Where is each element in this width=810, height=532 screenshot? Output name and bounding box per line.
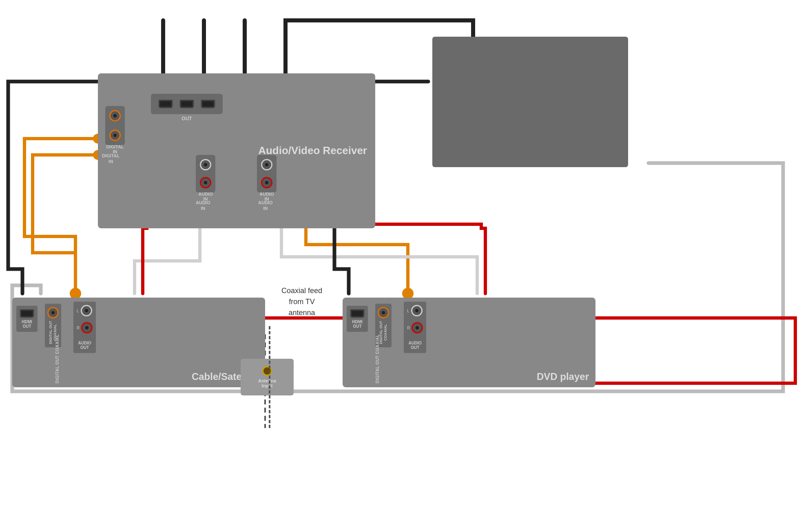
coaxial-feed-annotation: Coaxial feedfrom TVantenna <box>281 285 322 318</box>
dvd-device: HDMIOUT DIGITAL OUTCOAXIAL L R AUDIOOUT … <box>343 298 595 387</box>
cable-sat-audio-out-label: AUDIOOUT <box>77 341 93 350</box>
tv-screen: HDMIIN TV Sound off <box>432 37 628 167</box>
avr-hdmi-port-3 <box>201 99 215 108</box>
cable-sat-device: HDMIOUT DIGITAL OUTCOAXIAL L R AUDIOOUT … <box>12 298 265 387</box>
avr-digital-in-port-1 <box>109 110 121 121</box>
avr-label: Audio/Video Receiver <box>258 144 367 158</box>
antenna-coax-port <box>262 366 272 376</box>
dvd-digital-out-label: DIGITAL OUTCOAXIAL <box>379 321 388 344</box>
dvd-audio-l <box>411 305 423 316</box>
dvd-audio-out-label: AUDIOOUT <box>407 341 423 350</box>
dvd-hdmi-port <box>350 309 365 318</box>
dvd-hdmi-out: HDMIOUT <box>347 306 368 332</box>
cable-sat-hdmi-port <box>20 309 34 318</box>
antenna-input-device: AntennaInput <box>241 359 294 395</box>
dvd-label: DVD player <box>537 371 589 382</box>
avr-hdmi-port-2 <box>179 99 194 108</box>
cable-sat-coax-port <box>47 307 59 318</box>
avr-hdmi-port-1 <box>158 99 173 108</box>
dvd-hdmi-label: HDMIOUT <box>352 320 363 329</box>
cable-sat-audio-l <box>81 305 92 316</box>
avr-device: OUT DIGITALIN DIGITALIN AUDIOIN AUDIOIN … <box>98 73 375 228</box>
avr-hdmi-out-label: OUT <box>181 116 192 121</box>
avr-audio-in1-white <box>200 159 211 170</box>
antenna-input-label: AntennaInput <box>258 378 276 388</box>
cable-sat-hdmi-label: HDMIOUT <box>22 320 32 329</box>
avr-digital-in-port-2 <box>109 130 121 141</box>
dvd-audio-out: L R AUDIOOUT <box>404 302 426 353</box>
cable-sat-hdmi-out: HDMIOUT <box>16 306 38 332</box>
dvd-audio-r <box>412 322 423 333</box>
cable-sat-coaxial-label: DIGITAL OUT COAXIAL <box>55 334 60 383</box>
cable-sat-audio-out: L R AUDIOOUT <box>73 302 96 353</box>
cable-sat-audio-r <box>81 322 93 333</box>
antenna-dashed-line <box>269 326 270 428</box>
diagram-container: OUT DIGITALIN DIGITALIN AUDIOIN AUDIOIN … <box>0 0 810 532</box>
dvd-coaxial-label: DIGITAL OUT COAXIAL <box>375 334 380 383</box>
avr-audio-in1-red <box>200 177 211 188</box>
dvd-coax-port <box>378 307 389 318</box>
avr-audio-in2-white <box>261 159 272 170</box>
avr-audio-in2-red <box>261 177 272 188</box>
